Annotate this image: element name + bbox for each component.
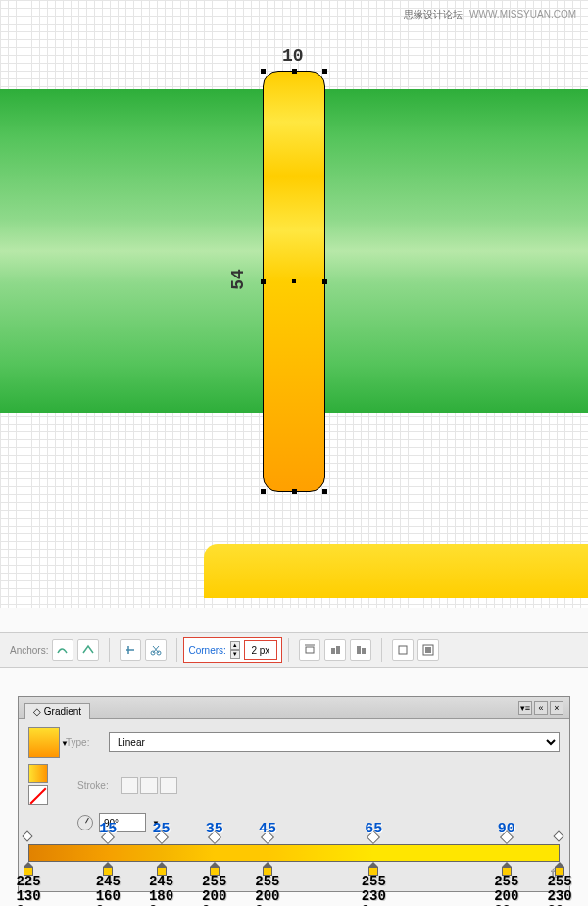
handle-mid-right[interactable] [322, 279, 327, 284]
stop-position-label: 25 [152, 821, 170, 837]
rgb-values: 2251300 [16, 875, 40, 906]
remove-anchor-btn[interactable] [120, 639, 141, 661]
svg-rect-10 [425, 647, 431, 653]
stop-position-label: 65 [365, 821, 382, 837]
handle-bot-right[interactable] [322, 489, 327, 494]
gradient-swatch[interactable]: ▼ [28, 727, 60, 758]
rgb-values: 2552000 [255, 875, 279, 906]
convert-anchor-btn-1[interactable] [52, 639, 74, 661]
width-label: 10 [282, 46, 304, 66]
convert-anchor-btn-2[interactable] [77, 639, 99, 661]
watermark-url: WWW.MISSYUAN.COM [469, 9, 576, 20]
type-label: Type: [66, 737, 103, 748]
handle-top-mid[interactable] [292, 69, 297, 74]
stop-position-label: 45 [259, 821, 276, 837]
svg-rect-2 [306, 647, 314, 653]
svg-rect-6 [357, 646, 361, 654]
panel-collapse-btn[interactable]: « [534, 701, 548, 715]
svg-rect-8 [399, 646, 407, 654]
stroke-swatch-none[interactable] [28, 785, 48, 805]
panel-titlebar[interactable]: ◇ Gradient ▾≡ « × [19, 697, 569, 719]
stepper-up[interactable]: ▲ [230, 641, 240, 650]
rgb-values: 2451600 [96, 875, 121, 906]
rgb-values: 2552000 [202, 875, 226, 906]
gradient-strip[interactable] [28, 844, 560, 862]
handle-mid-left[interactable] [261, 279, 266, 284]
corners-label: Corners: [188, 645, 225, 656]
stroke-mode-3[interactable] [160, 777, 177, 794]
handle-bot-left[interactable] [261, 489, 266, 494]
canvas[interactable]: 10 54 [0, 0, 588, 608]
stop-position-label: 15 [99, 821, 117, 837]
corners-stepper[interactable]: ▲ ▼ [230, 641, 240, 659]
watermark: 思缘设计论坛 WWW.MISSYUAN.COM [404, 8, 576, 22]
separator [381, 638, 382, 662]
stroke-mode-1[interactable] [121, 777, 138, 794]
separator [109, 638, 110, 662]
gradient-tab-icon: ◇ [33, 706, 44, 717]
separator [176, 638, 177, 662]
selected-yellow-rect[interactable] [263, 71, 325, 492]
separator [288, 638, 289, 662]
opacity-stop[interactable] [22, 830, 32, 841]
center-point[interactable] [292, 279, 296, 283]
stepper-down[interactable]: ▼ [230, 650, 240, 659]
rgb-values: 25520030 [494, 875, 518, 906]
svg-rect-7 [362, 648, 366, 654]
gradient-tab[interactable]: ◇ Gradient [24, 703, 90, 719]
gradient-tab-label: Gradient [44, 706, 81, 717]
handle-top-right[interactable] [322, 69, 327, 74]
handle-bot-mid[interactable] [292, 489, 297, 494]
rgb-values: 25523030 [547, 875, 571, 906]
control-toolbar: Anchors: Corners: ▲ ▼ [0, 632, 588, 668]
crop-btn[interactable] [417, 639, 439, 661]
stroke-mode-2[interactable] [140, 777, 158, 794]
rgb-values: 2552300 [362, 875, 386, 906]
opacity-stop[interactable] [553, 830, 564, 841]
anchors-label: Anchors: [10, 645, 48, 656]
align-btn-3[interactable] [350, 639, 371, 661]
corners-input[interactable] [244, 640, 277, 660]
panel-menu-btn[interactable]: ▾≡ [518, 701, 532, 715]
watermark-cn: 思缘设计论坛 [404, 9, 463, 20]
align-btn-1[interactable] [299, 639, 320, 661]
panel-close-btn[interactable]: × [550, 701, 564, 715]
type-select[interactable]: Linear [109, 732, 560, 752]
gradient-panel: ◇ Gradient ▾≡ « × ▼ Type: Linear Stroke: [18, 696, 570, 892]
angle-icon[interactable] [77, 815, 93, 830]
stop-position-label: 35 [206, 821, 223, 837]
stop-position-label: 90 [498, 821, 515, 837]
yellow-strip-shape[interactable] [204, 544, 588, 598]
handle-top-left[interactable] [261, 69, 266, 74]
svg-rect-5 [336, 646, 340, 654]
swatch-dropdown-icon[interactable]: ▼ [61, 739, 69, 748]
stroke-label: Stroke: [77, 780, 115, 791]
svg-rect-4 [331, 648, 335, 654]
isolation-btn[interactable] [392, 639, 414, 661]
align-btn-2[interactable] [324, 639, 346, 661]
rgb-values: 2451800 [149, 875, 173, 906]
height-label: 54 [228, 269, 248, 290]
fill-swatch[interactable] [28, 764, 48, 783]
cut-path-btn[interactable] [145, 639, 167, 661]
